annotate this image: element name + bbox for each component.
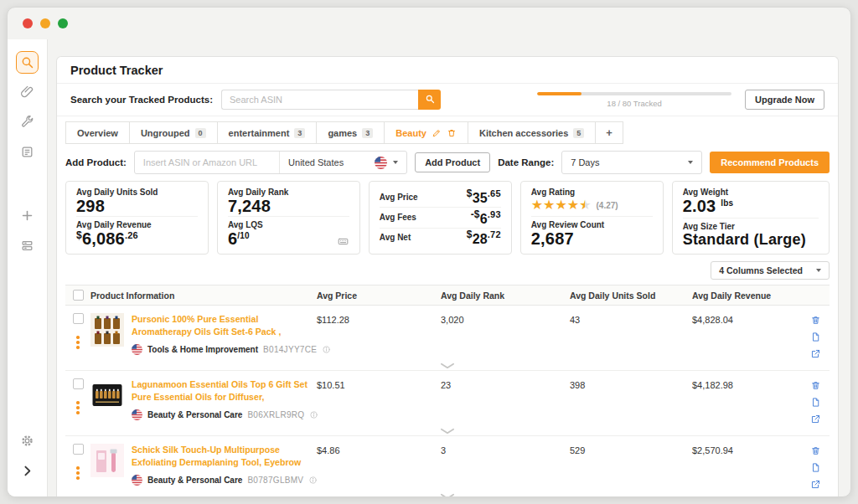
- select-all-checkbox[interactable]: [73, 290, 84, 301]
- tab-label: Kitchen accessories: [479, 128, 568, 138]
- avg-weight-value: 2.03 lbs: [683, 198, 819, 215]
- chevron-down-icon: [688, 161, 693, 164]
- asin-input[interactable]: [135, 157, 279, 167]
- product-image: [90, 444, 124, 477]
- search-asin-input[interactable]: [221, 90, 418, 110]
- maximize-window-button[interactable]: [58, 18, 68, 28]
- notes-icon[interactable]: [810, 462, 821, 473]
- page-title: Product Tracker: [70, 64, 824, 77]
- sidebar-search-icon[interactable]: [16, 51, 39, 74]
- open-external-icon[interactable]: [810, 479, 821, 490]
- asin-input-control: United States: [134, 151, 407, 174]
- tab-label: Overview: [77, 128, 118, 138]
- tab-beauty[interactable]: Beauty: [384, 121, 468, 144]
- search-button[interactable]: [418, 90, 441, 110]
- sidebar-tools-icon[interactable]: [15, 109, 40, 134]
- window-titlebar: [8, 8, 850, 39]
- settings-gear-icon[interactable]: [15, 428, 40, 453]
- product-title-link[interactable]: Pursonic 100% Pure Essential Aromatherap…: [132, 313, 308, 338]
- info-icon[interactable]: [309, 410, 318, 419]
- stat-label: Avg Size Tier: [683, 222, 819, 231]
- sidebar-news-icon[interactable]: [15, 139, 40, 164]
- date-range-value: 7 Days: [571, 157, 599, 167]
- tracked-products-table: Product Information Avg Price Avg Daily …: [65, 285, 830, 497]
- chevron-down-icon: [393, 161, 398, 164]
- row-menu-button[interactable]: [74, 333, 82, 352]
- tab-kitchen-accessories[interactable]: Kitchen accessories 5: [468, 121, 596, 144]
- edit-group-pencil-icon[interactable]: [432, 128, 442, 138]
- table-header: Product Information Avg Price Avg Daily …: [65, 285, 830, 306]
- tab-count-badge: 3: [362, 128, 373, 138]
- sidebar-expand-chevron-icon[interactable]: [15, 458, 40, 483]
- columns-select-value: 4 Columns Selected: [719, 265, 803, 275]
- expand-row-chevron-icon[interactable]: [440, 363, 455, 369]
- sidebar-add-icon[interactable]: [15, 203, 40, 228]
- info-icon[interactable]: [322, 345, 331, 354]
- add-group-tab[interactable]: +: [595, 121, 623, 144]
- row-checkbox[interactable]: [73, 444, 84, 455]
- stat-label: Avg Price: [380, 193, 418, 202]
- tab-games[interactable]: games 3: [316, 121, 385, 144]
- avg-daily-units-sold-cell: 529: [570, 444, 692, 455]
- sidebar-archive-icon[interactable]: [15, 233, 40, 258]
- date-range-select[interactable]: 7 Days: [561, 151, 702, 174]
- stat-label: Avg Net: [380, 233, 411, 242]
- product-image: [90, 313, 124, 347]
- open-external-icon[interactable]: [810, 348, 821, 359]
- row-checkbox[interactable]: [73, 313, 84, 324]
- upgrade-now-button[interactable]: Upgrade Now: [745, 90, 824, 110]
- avg-daily-rank-cell: 23: [441, 378, 570, 390]
- expand-row-chevron-icon[interactable]: [440, 493, 455, 497]
- row-menu-button[interactable]: [74, 464, 82, 482]
- delete-row-icon[interactable]: [810, 380, 821, 391]
- product-title-link[interactable]: Schick Silk Touch-Up Multipurpose Exfoli…: [132, 444, 308, 469]
- avg-rating-value: (4.27): [596, 201, 618, 210]
- info-icon[interactable]: [308, 476, 318, 485]
- avg-daily-rank-value: 7,248: [228, 198, 349, 215]
- avg-daily-rank-cell: 3: [441, 444, 570, 455]
- minimize-window-button[interactable]: [40, 18, 50, 28]
- tab-count-badge: 5: [573, 128, 584, 138]
- close-window-button[interactable]: [23, 18, 33, 28]
- tab-ungrouped[interactable]: Ungrouped 0: [129, 121, 218, 144]
- sidebar: [8, 39, 48, 497]
- avg-daily-units-sold-cell: 398: [570, 378, 692, 390]
- column-header-avg-price: Avg Price: [317, 291, 441, 301]
- search-icon: [425, 94, 435, 106]
- open-external-icon[interactable]: [810, 414, 821, 424]
- lqs-calculator-icon[interactable]: [337, 235, 349, 248]
- product-category: Beauty & Personal Care: [147, 476, 242, 485]
- delete-row-icon[interactable]: [810, 315, 821, 326]
- notes-icon[interactable]: [810, 397, 821, 408]
- app-window: Product Tracker Search your Tracked Prod…: [7, 7, 851, 497]
- columns-select[interactable]: 4 Columns Selected: [711, 261, 830, 280]
- delete-row-icon[interactable]: [810, 445, 821, 456]
- add-product-button[interactable]: Add Product: [415, 152, 490, 172]
- us-flag-icon: [132, 409, 142, 420]
- sidebar-attachments-icon[interactable]: [15, 79, 40, 104]
- expand-row-chevron-icon[interactable]: [440, 428, 455, 435]
- delete-group-trash-icon[interactable]: [447, 128, 457, 138]
- tracked-search-label: Search your Tracked Products:: [70, 95, 213, 105]
- row-checkbox[interactable]: [73, 378, 84, 389]
- recommend-products-button[interactable]: Recommend Products: [710, 152, 830, 173]
- stat-label: Avg Daily Revenue: [76, 220, 198, 229]
- product-title-link[interactable]: Lagunamoon Essential Oils Top 6 Gift Set…: [132, 378, 308, 404]
- column-header-avg-daily-revenue: Avg Daily Revenue: [692, 291, 801, 301]
- progress-track: [537, 92, 731, 95]
- us-flag-icon: [375, 157, 387, 169]
- avg-price-value: $35.65: [467, 188, 501, 206]
- tab-label: Beauty: [395, 128, 426, 138]
- avg-lqs-value: 6/10: [228, 230, 250, 248]
- stat-card-weight-size: Avg Weight 2.03 lbs Avg Size Tier Standa…: [672, 181, 830, 255]
- column-header-avg-daily-rank: Avg Daily Rank: [441, 291, 570, 301]
- product-asin: B06XRLR9RQ: [247, 410, 304, 419]
- product-image: [90, 378, 124, 412]
- country-select[interactable]: United States: [279, 152, 406, 173]
- notes-icon[interactable]: [810, 332, 821, 342]
- tab-overview[interactable]: Overview: [65, 121, 130, 144]
- tab-entertainment[interactable]: entertainment 3: [217, 121, 318, 144]
- group-tabs: Overview Ungrouped 0 entertainment 3 gam…: [57, 116, 838, 144]
- stat-label: Avg Rating: [531, 188, 653, 197]
- row-menu-button[interactable]: [74, 399, 82, 417]
